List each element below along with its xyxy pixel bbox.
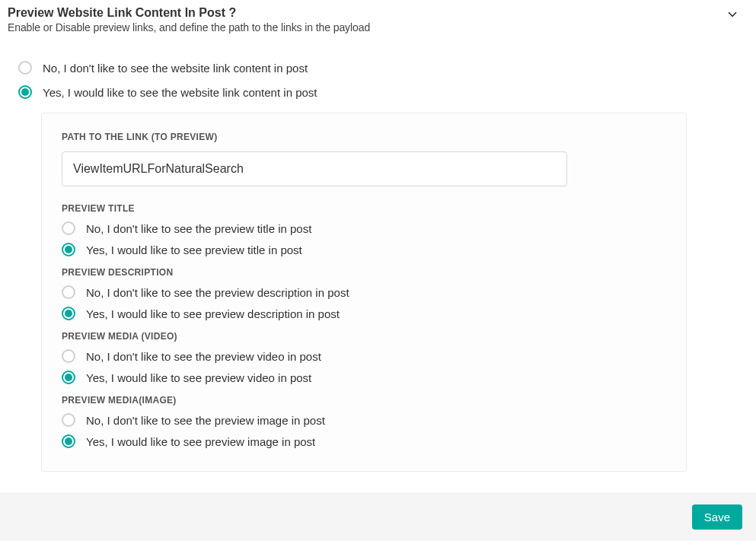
preview-title-yes[interactable]: Yes, I would like to see preview title i… xyxy=(62,243,666,256)
path-label: PATH TO THE LINK (TO PREVIEW) xyxy=(62,132,666,142)
radio-icon xyxy=(62,307,75,320)
main-option-no-label: No, I don't like to see the website link… xyxy=(43,62,308,75)
preview-image-yes-label: Yes, I would like to see preview image i… xyxy=(86,435,315,448)
preview-title-no-label: No, I don't like to see the preview titl… xyxy=(86,222,311,235)
chevron-down-icon[interactable] xyxy=(726,8,739,21)
preview-image-no-label: No, I don't like to see the preview imag… xyxy=(86,414,325,427)
radio-icon xyxy=(62,413,75,427)
main-option-yes[interactable]: Yes, I would like to see the website lin… xyxy=(18,85,748,99)
preview-title-no[interactable]: No, I don't like to see the preview titl… xyxy=(62,221,666,235)
preview-title-label: PREVIEW TITLE xyxy=(62,203,666,214)
preview-image-label: PREVIEW MEDIA(IMAGE) xyxy=(62,395,666,406)
preview-video-no[interactable]: No, I don't like to see the preview vide… xyxy=(62,349,666,363)
main-option-yes-label: Yes, I would like to see the website lin… xyxy=(43,86,317,99)
save-button[interactable]: Save xyxy=(692,504,742,530)
radio-icon xyxy=(62,349,75,363)
preview-description-yes[interactable]: Yes, I would like to see preview descrip… xyxy=(62,307,666,320)
radio-icon xyxy=(62,243,75,256)
radio-icon xyxy=(62,285,75,299)
main-options: No, I don't like to see the website link… xyxy=(18,61,748,472)
radio-icon xyxy=(62,371,75,384)
preview-video-group: PREVIEW MEDIA (VIDEO) No, I don't like t… xyxy=(62,331,666,384)
preview-description-no-label: No, I don't like to see the preview desc… xyxy=(86,286,349,299)
radio-icon xyxy=(62,434,75,448)
preview-image-yes[interactable]: Yes, I would like to see preview image i… xyxy=(62,434,666,448)
preview-description-label: PREVIEW DESCRIPTION xyxy=(62,267,666,278)
preview-video-yes-label: Yes, I would like to see preview video i… xyxy=(86,371,311,384)
section-subtitle: Enable or Disable preview links, and def… xyxy=(8,21,370,33)
preview-image-no[interactable]: No, I don't like to see the preview imag… xyxy=(62,413,666,427)
link-preview-panel: PATH TO THE LINK (TO PREVIEW) PREVIEW TI… xyxy=(41,113,687,472)
radio-icon xyxy=(18,61,32,75)
preview-description-no[interactable]: No, I don't like to see the preview desc… xyxy=(62,285,666,299)
preview-title-yes-label: Yes, I would like to see preview title i… xyxy=(86,243,302,256)
footer: Save xyxy=(0,492,756,541)
main-option-no[interactable]: No, I don't like to see the website link… xyxy=(18,61,748,75)
preview-video-label: PREVIEW MEDIA (VIDEO) xyxy=(62,331,666,342)
preview-description-yes-label: Yes, I would like to see preview descrip… xyxy=(86,307,340,320)
path-input[interactable] xyxy=(62,151,567,186)
radio-icon xyxy=(18,85,32,99)
preview-video-yes[interactable]: Yes, I would like to see preview video i… xyxy=(62,371,666,384)
preview-image-group: PREVIEW MEDIA(IMAGE) No, I don't like to… xyxy=(62,395,666,448)
preview-title-group: PREVIEW TITLE No, I don't like to see th… xyxy=(62,203,666,256)
preview-description-group: PREVIEW DESCRIPTION No, I don't like to … xyxy=(62,267,666,320)
section-title: Preview Website Link Content In Post ? xyxy=(8,6,370,20)
radio-icon xyxy=(62,221,75,235)
preview-video-no-label: No, I don't like to see the preview vide… xyxy=(86,350,321,363)
section-header: Preview Website Link Content In Post ? E… xyxy=(8,6,748,33)
